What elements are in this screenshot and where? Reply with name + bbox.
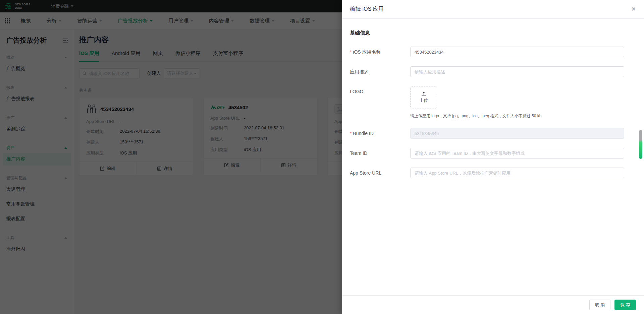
app-store-url-input[interactable] [410,168,624,178]
bundle-id-input [410,128,624,139]
ios-name-input[interactable] [410,47,624,57]
drawer-title: 编辑 iOS 应用 [350,6,384,13]
team-id-label: Team ID [350,148,410,159]
cancel-button[interactable]: 取 消 [589,300,611,310]
app-store-url-label: App Store URL [350,168,410,178]
logo-upload-button[interactable]: 上传 [410,86,437,109]
upload-icon [421,91,426,97]
scroll-indicator[interactable] [639,130,642,159]
bundle-id-label: Bundle ID [350,128,410,139]
section-title-basic-info: 基础信息 [350,30,625,36]
app-desc-label: 应用描述 [350,66,410,77]
upload-label: 上传 [419,98,428,104]
close-icon[interactable]: ✕ [631,6,636,12]
logo-label: LOGO [350,86,410,119]
team-id-input[interactable] [410,148,624,159]
ios-name-label: iOS 应用名称 [350,47,410,57]
logo-upload-help: 请上传应用 logo，支持 jpg、png、ico、jpeg 格式，文件大小不超… [410,113,625,119]
app-desc-input[interactable] [410,66,624,77]
save-button[interactable]: 保 存 [614,300,636,310]
edit-ios-app-drawer: 编辑 iOS 应用 ✕ 基础信息 iOS 应用名称 应用描述 LOGO [342,0,644,314]
